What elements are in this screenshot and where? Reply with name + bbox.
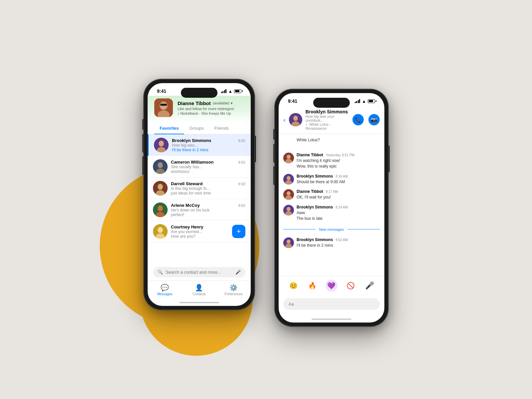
chat-content-cameron: Cameron Williamson 9:02 She usually has.… bbox=[171, 160, 245, 174]
search-bar: 🔍 🎤 bbox=[153, 267, 245, 277]
messages-area: White Lotus? bbox=[279, 134, 384, 276]
msg-body-dianne-2: Dianne Tibbot 8:17 AM OK, I'll wait for … bbox=[297, 189, 380, 200]
volume-up-button[interactable] bbox=[142, 134, 144, 153]
divider-right bbox=[347, 229, 380, 229]
chat-content-courtney: Courtney Henry Are you worried... How ar… bbox=[171, 224, 229, 239]
msg-text-top: White Lotus? bbox=[297, 137, 380, 143]
chat-header-name: Brooklyn Simmons bbox=[306, 109, 349, 114]
msg-avatar-dianne-2 bbox=[283, 189, 294, 200]
msg-name-brooklyn-new: Brooklyn Simmons bbox=[297, 237, 333, 242]
chat-time-cameron: 9:02 bbox=[238, 160, 245, 164]
chat-preview-darrell: Is this big enough fo... bbox=[171, 186, 245, 191]
mic-icon[interactable]: 🎤 bbox=[235, 270, 241, 275]
profile-tagline: Like and follow for more redesigns! bbox=[178, 107, 244, 111]
profile-name: Dianne Tibbot (available) ▾ bbox=[178, 100, 244, 106]
chat-item-courtney[interactable]: Courtney Henry Are you worried... How ar… bbox=[148, 221, 251, 242]
profile-avatar[interactable] bbox=[154, 98, 173, 117]
new-chat-fab[interactable]: + bbox=[232, 225, 245, 238]
svg-point-12 bbox=[158, 162, 163, 168]
search-input[interactable] bbox=[166, 270, 233, 275]
chat-time-darrell: 9:02 bbox=[238, 182, 245, 186]
msg-time-brooklyn-1: 8:16 AM bbox=[335, 175, 348, 178]
battery-icon-2 bbox=[368, 99, 375, 103]
msg-avatar-brooklyn-new bbox=[283, 237, 294, 248]
msg-row-brooklyn-2: Brooklyn Simmons 8:24 AM AwwThe bus is l… bbox=[283, 205, 380, 221]
msg-name-dianne-2: Dianne Tibbot bbox=[297, 189, 323, 194]
contacts-icon: 👤 bbox=[195, 284, 203, 292]
volume-down-button-2[interactable] bbox=[273, 166, 275, 185]
chat-preview-arlene: He's down on his luck. bbox=[171, 208, 245, 212]
msg-row-brooklyn-1: Brooklyn Simmons 8:16 AM Should be there… bbox=[283, 174, 380, 185]
tabs-bar: Favorites Groups Friends bbox=[148, 122, 251, 134]
status-icons-2: ▲ bbox=[355, 99, 375, 104]
chat-item-arlene[interactable]: Arlene McCoy 9:02 He's down on his luck.… bbox=[148, 199, 251, 221]
power-button[interactable] bbox=[255, 136, 256, 162]
msg-row-dianne-1: Dianne Tibbot Yesterday, 8:51 PM I'm wat… bbox=[283, 153, 380, 169]
back-button[interactable]: ‹ bbox=[283, 116, 286, 124]
chat-list: Brooklyn Simmons 9:02 How big was... I'l… bbox=[148, 134, 251, 264]
wifi-icon: ▲ bbox=[228, 89, 232, 94]
chat-item-darrell[interactable]: Darrell Steward 9:02 Is this big enough … bbox=[148, 178, 251, 199]
status-icons-1: ▲ bbox=[221, 89, 241, 94]
mute-button-2[interactable] bbox=[273, 129, 275, 140]
msg-avatar-brooklyn-2 bbox=[283, 205, 294, 215]
svg-point-40 bbox=[287, 192, 290, 195]
chat-header-sub: How big was your contributi... bbox=[306, 114, 349, 122]
status-available: (available) bbox=[213, 101, 230, 105]
chat-subtitle-cameron: woohoooo bbox=[171, 169, 245, 174]
svg-point-20 bbox=[158, 205, 163, 211]
video-button[interactable]: 📷 bbox=[368, 114, 380, 125]
chat-header-info: Brooklyn Simmons How big was your contri… bbox=[306, 109, 349, 130]
chat-subtitle-arlene: perfect! bbox=[171, 212, 245, 217]
chat-content-brooklyn: Brooklyn Simmons 9:02 How big was... I'l… bbox=[172, 138, 245, 152]
svg-rect-4 bbox=[160, 104, 167, 106]
msg-name-brooklyn-1: Brooklyn Simmons bbox=[297, 174, 333, 179]
nav-preferences[interactable]: ⚙️ Preferences bbox=[216, 284, 251, 296]
svg-point-8 bbox=[159, 141, 164, 146]
tab-friends[interactable]: Friends bbox=[209, 122, 234, 134]
mute-button[interactable] bbox=[142, 119, 144, 130]
nav-messages-label: Messages bbox=[157, 292, 173, 296]
emoji-smiley[interactable]: 😊 bbox=[288, 280, 300, 292]
avatar-arlene bbox=[153, 202, 168, 217]
emoji-no[interactable]: 🚫 bbox=[344, 280, 356, 292]
msg-name-dianne-1: Dianne Tibbot bbox=[297, 153, 323, 157]
chat-name-arlene: Arlene McCoy bbox=[171, 203, 200, 208]
nav-preferences-label: Preferences bbox=[224, 292, 242, 296]
nav-contacts[interactable]: 👤 Contacts bbox=[182, 284, 216, 296]
chat-header-avatar bbox=[289, 113, 302, 126]
svg-point-28 bbox=[294, 116, 298, 120]
chat-item-brooklyn[interactable]: Brooklyn Simmons 9:02 How big was... I'l… bbox=[148, 134, 251, 156]
chat-item-cameron[interactable]: Cameron Williamson 9:02 She usually has.… bbox=[148, 156, 251, 178]
emoji-mic[interactable]: 🎤 bbox=[363, 280, 375, 292]
emoji-purple-heart[interactable]: 💜 bbox=[326, 280, 337, 292]
chat-name-darrell: Darrell Steward bbox=[171, 181, 202, 186]
status-time-1: 9:41 bbox=[157, 88, 166, 94]
divider-left bbox=[283, 229, 316, 229]
new-messages-label: New messages bbox=[319, 227, 344, 231]
msg-row-brooklyn-new: Brooklyn Simmons 9:02 AM I'll be there i… bbox=[283, 237, 380, 248]
volume-down-button[interactable] bbox=[142, 156, 144, 175]
home-indicator-1 bbox=[179, 302, 219, 303]
msg-text-brooklyn-1: Should be there at 9:00 AM bbox=[297, 179, 380, 185]
chat-header-music: ♪ White Lotus - Renaissance bbox=[306, 122, 349, 130]
svg-point-32 bbox=[287, 155, 290, 159]
tab-favorites[interactable]: Favorites bbox=[154, 122, 184, 134]
msg-text-brooklyn-2: AwwThe bus is late bbox=[297, 210, 380, 221]
nav-messages[interactable]: 💬 Messages bbox=[148, 284, 182, 296]
svg-point-44 bbox=[287, 207, 290, 211]
home-indicator-2 bbox=[312, 319, 351, 320]
tab-groups[interactable]: Groups bbox=[184, 122, 209, 134]
volume-up-button-2[interactable] bbox=[273, 144, 275, 163]
chat-name-courtney: Courtney Henry bbox=[171, 224, 203, 229]
msg-row-top: White Lotus? bbox=[283, 137, 380, 148]
phone-2: 9:41 ▲ ‹ bbox=[275, 89, 388, 327]
msg-name-brooklyn-2: Brooklyn Simmons bbox=[297, 205, 333, 209]
emoji-fire[interactable]: 🔥 bbox=[307, 280, 319, 292]
message-input[interactable] bbox=[283, 298, 380, 310]
chat-subtitle-darrell: just ideas for next time bbox=[171, 191, 245, 196]
chat-preview-brooklyn: How big was... bbox=[172, 143, 245, 148]
svg-point-48 bbox=[287, 239, 290, 243]
power-button-2[interactable] bbox=[388, 146, 390, 172]
call-button[interactable]: 📞 bbox=[352, 114, 364, 125]
